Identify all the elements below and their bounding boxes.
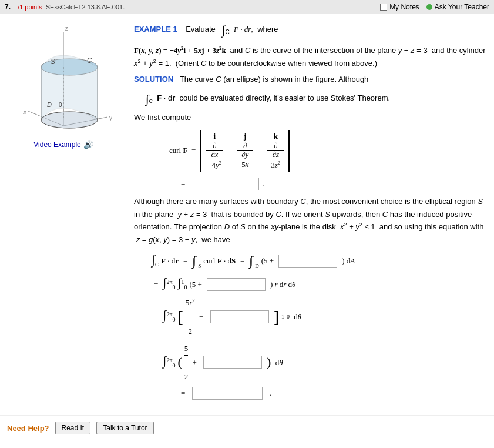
int-2pi-sym-2: ∫2π0 xyxy=(163,309,175,325)
header-right: My Notes Ask Your Teacher xyxy=(380,3,489,11)
ask-teacher-label: Ask Your Teacher xyxy=(435,3,489,11)
int-expr-3-frac: 5r2 2 xyxy=(186,296,195,338)
int-ss-symbol: ∫∫ S xyxy=(192,249,201,273)
int-ss-expression: curl F · dS xyxy=(203,254,236,268)
final-equals: = xyxy=(181,389,185,398)
matrix-row-3: −4y2 5x 3z2 xyxy=(206,159,284,171)
solution-text-3: We first compute xyxy=(134,112,489,124)
determinant-matrix: i j k ∂ ∂x ∂ ∂y xyxy=(200,130,290,172)
d-theta-2: dθ xyxy=(273,356,283,369)
integral-input-2[interactable] xyxy=(207,278,266,291)
solution-text-1: SOLUTION The curve C (an ellipse) is sho… xyxy=(134,73,489,86)
final-result-line: = . xyxy=(181,387,489,400)
final-result-input[interactable] xyxy=(192,387,263,400)
example-label: EXAMPLE 1 xyxy=(134,25,177,34)
int-2pi-sym-3: ∫2π0 xyxy=(163,355,175,371)
svg-text:y: y xyxy=(109,115,112,121)
matrix-comp-2: 5x xyxy=(237,159,253,171)
curl-label: curl F = xyxy=(169,146,196,155)
paren-right: ) xyxy=(267,356,271,369)
curl-result-line: = . xyxy=(181,178,489,190)
d-theta-1: dθ xyxy=(292,310,301,323)
eq1: = xyxy=(181,254,190,268)
matrix-row-1: i j k xyxy=(206,131,284,142)
field-equation-paragraph: F(x, y, z) = −4y2i + 5xj + 3z2k and C is… xyxy=(134,44,489,70)
matrix-comp-3: 3z2 xyxy=(267,159,284,171)
eq5: = xyxy=(152,356,160,369)
paragraph-text: Although there are many surfaces with bo… xyxy=(134,195,489,246)
matrix-comp-1: −4y2 xyxy=(206,159,223,171)
integral-input-1[interactable] xyxy=(278,255,337,268)
svg-text:D: D xyxy=(47,101,52,108)
svg-text:S: S xyxy=(51,58,55,66)
int-dd-paren-open: (5 + xyxy=(261,254,274,268)
integral-line-1: ∫C F · dr = ∫∫ S curl F · dS = ∫∫ D (5 +… xyxy=(152,249,489,273)
need-help-label: Need Help? xyxy=(7,424,49,433)
left-column: x y z S C D xyxy=(5,20,122,403)
speaker-icon: 🔊 xyxy=(83,140,93,149)
int-expr-4-frac: 5 2 xyxy=(184,342,189,383)
question-number: 7. xyxy=(5,3,11,11)
integral-line-2: = ∫2π0 ∫10 (5 + ) r dr dθ xyxy=(152,276,489,293)
svg-text:0: 0 xyxy=(59,102,62,108)
int-expr-2-close: ) r dr dθ xyxy=(270,278,296,291)
curl-result-input[interactable] xyxy=(189,178,259,190)
eq2: = xyxy=(238,254,247,268)
right-column: EXAMPLE 1 Evaluate ∫C F · dr, where F(x,… xyxy=(128,20,489,403)
int-dd-symbol: ∫∫ D xyxy=(249,249,258,273)
field-equation: F(x, y, z) = −4y2i + 5xj + 3z2k xyxy=(134,46,228,55)
svg-text:C: C xyxy=(87,56,92,65)
points-info: –/1 points xyxy=(14,4,42,11)
limit-lower: 0 xyxy=(287,312,290,322)
green-dot-icon xyxy=(426,4,432,10)
figure-container: x y z S C D xyxy=(11,20,116,138)
figure-svg: x y z S C D xyxy=(11,20,116,138)
eq3: = xyxy=(152,278,160,291)
svg-text:x: x xyxy=(23,109,26,115)
matrix-j: j xyxy=(237,131,253,142)
limit-upper: 1 xyxy=(281,312,284,322)
read-it-button[interactable]: Read It xyxy=(55,422,91,434)
matrix-i: i xyxy=(206,131,223,142)
equals-sign: = xyxy=(181,179,185,189)
int-2pi-sym: ∫2π0 xyxy=(163,276,175,293)
solution-text-2: ∫C F · dr could be evaluated directly, i… xyxy=(146,89,489,108)
integral-line-3: = ∫2π0 [ 5r2 2 + ] 1 0 dθ xyxy=(152,296,489,338)
integral-input-4[interactable] xyxy=(203,356,262,369)
period-2: . xyxy=(270,389,271,398)
curl-container: curl F = i j k ∂ ∂x ∂ xyxy=(169,130,489,172)
header-left: 7. –/1 points SEssCalcET2 13.8.AE.001. xyxy=(5,3,380,11)
period-1: . xyxy=(263,179,264,189)
partial-z: ∂ ∂z xyxy=(267,142,284,159)
problem-id: SEssCalcET2 13.8.AE.001. xyxy=(46,4,125,11)
my-notes-label: My Notes xyxy=(389,3,419,11)
int-1-sym: ∫10 xyxy=(177,276,187,293)
matrix-k: k xyxy=(267,131,284,142)
solution-label: SOLUTION xyxy=(134,75,173,83)
help-bar: Need Help? Read It Talk to a Tutor xyxy=(0,415,494,440)
main-content: x y z S C D xyxy=(0,14,494,409)
bracket-left: [ xyxy=(177,309,183,325)
integral-line-4: = ∫2π0 ( 5 2 + ) dθ xyxy=(152,342,489,383)
talk-to-tutor-button[interactable]: Talk to a Tutor xyxy=(96,422,153,434)
video-example-label: Video Example xyxy=(33,141,81,149)
integral-input-3[interactable] xyxy=(210,310,269,323)
eq4: = xyxy=(152,310,160,323)
int-c-expression: F · dr xyxy=(161,254,179,268)
int-expr-2-open: (5 + xyxy=(189,278,201,291)
my-notes-button[interactable]: My Notes xyxy=(380,3,419,11)
checkbox-icon xyxy=(380,4,387,11)
partial-y: ∂ ∂y xyxy=(237,142,253,159)
example-header: EXAMPLE 1 Evaluate ∫C F · dr, where xyxy=(134,20,489,39)
bracket-right: ] xyxy=(274,309,279,325)
evaluate-text: Evaluate ∫C F · dr, where xyxy=(186,25,278,34)
int-c-symbol: ∫C xyxy=(152,253,159,269)
matrix-row-2: ∂ ∂x ∂ ∂y ∂ ∂z xyxy=(206,142,284,159)
video-example-link[interactable]: Video Example 🔊 xyxy=(33,140,93,149)
svg-text:z: z xyxy=(65,25,68,32)
header-bar: 7. –/1 points SEssCalcET2 13.8.AE.001. M… xyxy=(0,0,494,14)
paren-left: ( xyxy=(177,356,182,369)
ask-teacher-button[interactable]: Ask Your Teacher xyxy=(426,3,489,11)
partial-x: ∂ ∂x xyxy=(206,142,223,159)
int-dd-paren-close: ) dA xyxy=(342,254,355,268)
